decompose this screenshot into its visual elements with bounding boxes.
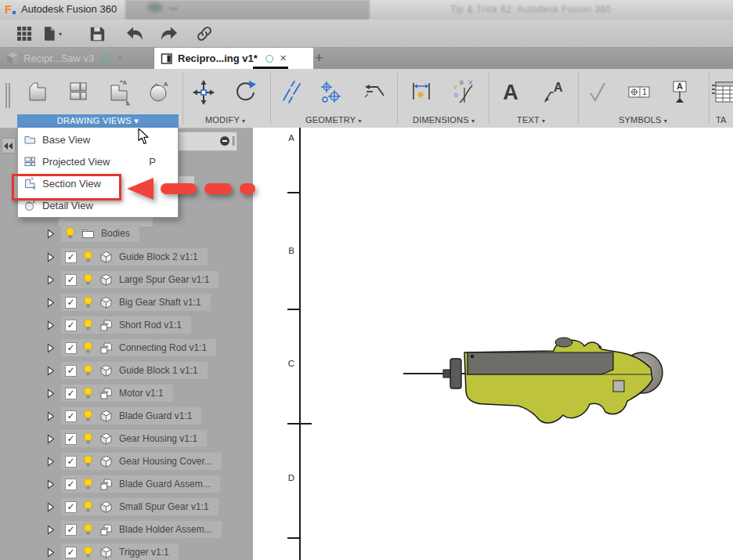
row-expander[interactable] [47,433,55,447]
feature-control-frame-button[interactable]: 1 [628,78,650,107]
symbols-group-label[interactable]: SYMBOLS ▾ [619,115,667,125]
ribbon-grip[interactable] [9,83,10,108]
visibility-checkbox[interactable]: ✓ [65,524,77,536]
browser-row-connecting-rod-v1-1[interactable]: ✓Connecting Rod v1:1 [0,339,253,356]
app-grid-button[interactable] [14,24,34,43]
text-group-label[interactable]: TEXT ▾ [517,115,545,125]
visibility-checkbox[interactable]: ✓ [65,274,77,286]
row-content[interactable]: Bodies [61,225,139,242]
row-expander[interactable] [47,274,55,288]
browser-row-big-gear-shaft-v1-1[interactable]: ✓Big Gear Shaft v1:1 [0,294,253,311]
new-tab-button[interactable]: + [315,49,323,67]
reciprocating-saw-drawing-view[interactable] [392,329,733,439]
row-content[interactable]: ✓Gear Housing Cover... [61,453,222,470]
row-expander[interactable] [47,388,55,402]
move-button[interactable] [193,78,215,107]
share-link-button[interactable] [194,24,215,43]
browser-row-blade-guard-assem[interactable]: ✓Blade Guard Assem... [0,475,253,493]
row-expander[interactable] [47,547,55,560]
tab-reciprocating-saw-drawing-active[interactable]: Recipro...ing v1* ✕ [154,48,313,69]
browser-row-guide-block-2-v1-1[interactable]: ✓Guide Block 2 v1:1 [0,248,253,266]
visibility-checkbox[interactable]: ✓ [65,479,77,490]
row-content[interactable]: ✓Big Gear Shaft v1:1 [61,294,211,311]
edge-extension-button[interactable] [363,78,385,107]
visibility-checkbox[interactable]: ✓ [65,433,77,445]
row-content[interactable]: ✓Blade Guard Assem... [61,475,220,493]
datum-identifier-button[interactable]: A [669,78,691,107]
row-content[interactable]: ✓Blade Guard v1:1 [61,407,201,425]
ribbon-grip[interactable] [5,83,7,108]
projected-view-button[interactable] [67,78,89,107]
row-content[interactable]: ✓Trigger v1:1 [61,544,179,560]
browser-row-small-spur-gear-v1-1[interactable]: ✓Small Spur Gear v1:1 [0,498,253,515]
visibility-checkbox[interactable]: ✓ [65,251,77,263]
visibility-checkbox[interactable]: ✓ [65,342,77,354]
center-mark-button[interactable] [320,78,341,107]
drawing-views-group-label[interactable]: DRAWING VIEWS ▾ [17,114,179,128]
base-view-button[interactable] [27,78,49,107]
row-expander[interactable] [47,410,55,425]
visibility-checkbox[interactable]: ✓ [65,456,77,468]
row-content[interactable]: ✓Motor v1:1 [61,385,173,402]
row-content[interactable]: ✓Small Spur Gear v1:1 [61,498,218,515]
browser-row-motor-v1-1[interactable]: ✓Motor v1:1 [0,385,253,402]
surface-texture-button[interactable] [586,78,608,107]
tables-group-label[interactable]: TA [716,115,727,125]
modify-group-label[interactable]: MODIFY ▾ [205,115,245,125]
visibility-checkbox[interactable]: ✓ [65,547,77,558]
menu-item-base-view[interactable]: Base View [18,128,178,150]
visibility-checkbox[interactable]: ✓ [65,320,77,331]
visibility-checkbox[interactable]: ✓ [65,365,77,377]
sketch-lines-button[interactable] [280,78,302,107]
row-content[interactable]: ✓Guide Block 1 v1:1 [61,362,208,379]
row-content[interactable]: ✓Blade Holder Assem... [61,521,222,538]
leader-text-button[interactable]: A [542,78,564,107]
redo-button[interactable] [159,24,179,43]
row-content[interactable]: ✓Guide Block 2 v1:1 [61,248,208,266]
detail-view-button[interactable]: A [148,78,170,107]
browser-row-short-rod-v1-1[interactable]: ✓Short Rod v1:1 [0,316,253,334]
rotate-button[interactable] [234,78,256,107]
row-content[interactable]: ✓Connecting Rod v1:1 [61,339,216,356]
browser-row-bodies[interactable]: Bodies [0,225,253,242]
text-button[interactable]: A [500,78,522,107]
section-view-button[interactable]: AA [108,78,130,107]
panel-drag-handle[interactable] [233,136,235,146]
save-button[interactable] [87,24,107,43]
browser-row-large-spur-gear-v1-1[interactable]: ✓Large Spur Gear v1:1 [0,271,253,288]
table-button[interactable] [711,78,733,107]
undo-button[interactable] [125,24,145,43]
browser-row-gear-housing-cover[interactable]: ✓Gear Housing Cover... [0,453,253,470]
dimension-button[interactable] [410,78,432,107]
row-content[interactable]: ✓Gear Housing v1:1 [61,430,207,447]
row-expander[interactable] [47,297,55,311]
visibility-checkbox[interactable]: ✓ [65,388,77,399]
tab-reciprocating-saw-design[interactable]: Recipr...Saw v3 ✕ [0,48,154,69]
row-expander[interactable] [47,251,55,266]
row-expander[interactable] [47,479,55,493]
file-menu-button[interactable]: ▾ [42,24,62,43]
tab-close-icon[interactable]: ✕ [280,53,287,63]
tab-close-icon[interactable]: ✕ [116,53,123,63]
row-content[interactable]: ✓Large Spur Gear v1:1 [61,271,218,288]
browser-row-guide-block-1-v1-1[interactable]: ✓Guide Block 1 v1:1 [0,362,253,379]
visibility-checkbox[interactable]: ✓ [65,297,77,309]
collapse-browser-button[interactable] [2,138,16,154]
row-expander[interactable] [47,456,55,470]
browser-row-trigger-v1-1[interactable]: ✓Trigger v1:1 [0,544,253,560]
row-expander[interactable] [47,228,55,242]
row-content[interactable]: ✓Short Rod v1:1 [61,316,191,334]
dimensions-group-label[interactable]: DIMENSIONS ▾ [413,115,475,125]
row-expander[interactable] [47,342,55,356]
row-expander[interactable] [47,501,55,515]
browser-row-gear-housing-v1-1[interactable]: ✓Gear Housing v1:1 [0,430,253,447]
row-expander[interactable] [47,320,55,334]
row-expander[interactable] [47,524,55,538]
visibility-checkbox[interactable]: ✓ [65,501,77,513]
geometry-group-label[interactable]: GEOMETRY ▾ [305,115,362,125]
visibility-checkbox[interactable]: ✓ [65,410,77,422]
browser-row-blade-holder-assem[interactable]: ✓Blade Holder Assem... [0,521,253,538]
browser-row-blade-guard-v1-1[interactable]: ✓Blade Guard v1:1 [0,407,253,425]
ordinate-dimension-button[interactable]: Y0 X0 [453,78,475,107]
row-expander[interactable] [47,365,55,379]
